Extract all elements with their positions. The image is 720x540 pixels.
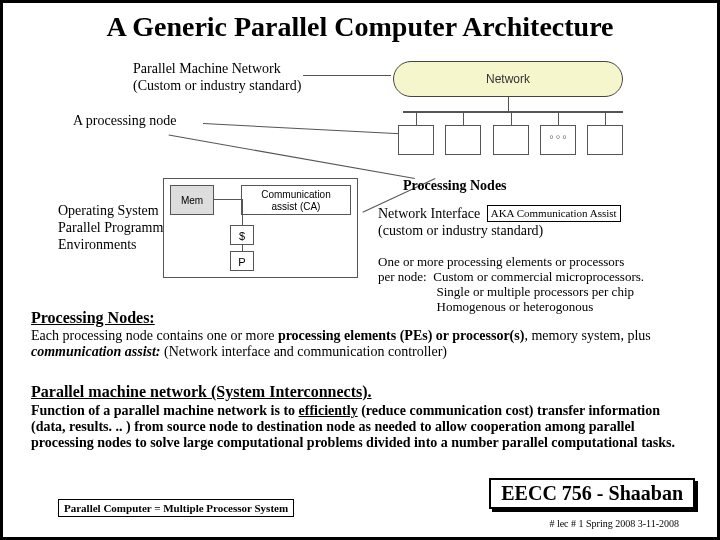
- connector: [511, 111, 512, 125]
- node-box: [445, 125, 481, 155]
- footer-left-box: Parallel Computer = Multiple Processor S…: [58, 499, 294, 517]
- connector: [463, 111, 464, 125]
- network-cloud: Network: [393, 61, 623, 97]
- text: Each processing node contains one or mor…: [31, 328, 278, 343]
- processing-nodes-body: Each processing node contains one or mor…: [31, 328, 697, 360]
- text: , memory system, plus: [524, 328, 650, 343]
- expand-line: [169, 135, 415, 179]
- node-box: [398, 125, 434, 155]
- wire: [242, 199, 243, 225]
- ca-box: Communication assist (CA): [241, 185, 351, 215]
- node-detail: Mem Communication assist (CA) $ P: [163, 178, 358, 278]
- slide: A Generic Parallel Computer Architecture…: [0, 0, 720, 540]
- node-caption: A processing node: [73, 113, 176, 129]
- netif-line1: Network Interface: [378, 206, 480, 221]
- leader-line: [303, 75, 391, 76]
- processing-nodes-label: Processing Nodes: [403, 178, 507, 194]
- mem-box: Mem: [170, 185, 214, 215]
- network-interface-text: Network Interface AKA Communication Assi…: [378, 205, 621, 240]
- leader-line: [203, 123, 415, 135]
- proc-box: P: [230, 251, 254, 271]
- node-box-dots: ° ° °: [540, 125, 576, 155]
- netif-line2: (custom or industry standard): [378, 223, 543, 238]
- node-box: [587, 125, 623, 155]
- text: (Network interface and communication con…: [161, 344, 448, 359]
- node-description: One or more processing elements or proce…: [378, 255, 644, 315]
- network-body: Function of a parallel machine network i…: [31, 403, 697, 451]
- wire: [242, 245, 243, 251]
- connector: [508, 97, 509, 111]
- page-title: A Generic Parallel Computer Architecture: [17, 11, 703, 43]
- network-heading: Parallel machine network (System Interco…: [31, 383, 372, 401]
- wire: [214, 199, 242, 200]
- connector: [605, 111, 606, 125]
- cache-box: $: [230, 225, 254, 245]
- text: Function of a parallel machine network i…: [31, 403, 675, 450]
- bus: [403, 111, 623, 113]
- footnote: # lec # 1 Spring 2008 3-11-2008: [549, 518, 679, 529]
- network-caption: Parallel Machine Network (Custom or indu…: [133, 61, 301, 95]
- processing-nodes-heading: Processing Nodes:: [31, 309, 155, 327]
- aka-box: AKA Communication Assist: [487, 205, 621, 222]
- footer-right-box: EECC 756 - Shaaban: [489, 478, 695, 509]
- connector: [558, 111, 559, 125]
- connector: [416, 111, 417, 125]
- node-box: [493, 125, 529, 155]
- text: processing elements (PEs) or processor(s…: [278, 328, 525, 343]
- text: communication assist:: [31, 344, 161, 359]
